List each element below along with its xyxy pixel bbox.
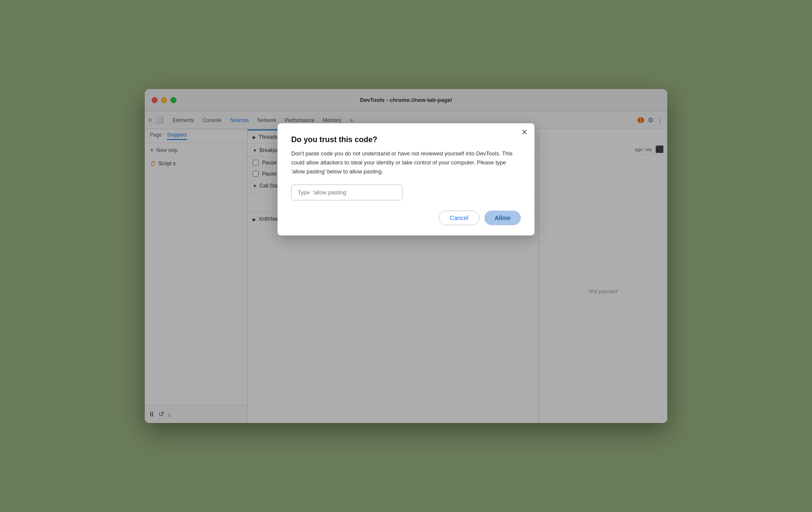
modal-overlay: ✕ Do you trust this code? Don't paste co… (145, 89, 667, 423)
modal-buttons: Cancel Allow (291, 211, 521, 225)
modal-close-button[interactable]: ✕ (521, 128, 528, 136)
modal-body: Don't paste code you do not understand o… (291, 149, 521, 176)
cancel-button[interactable]: Cancel (439, 211, 479, 225)
devtools-window: DevTools - chrome://new-tab-page/ ⌗ ⬜ El… (145, 89, 667, 423)
trust-code-modal: ✕ Do you trust this code? Don't paste co… (278, 123, 534, 235)
allow-button[interactable]: Allow (484, 211, 521, 225)
modal-title: Do you trust this code? (291, 135, 521, 144)
allow-pasting-input[interactable] (291, 185, 403, 200)
